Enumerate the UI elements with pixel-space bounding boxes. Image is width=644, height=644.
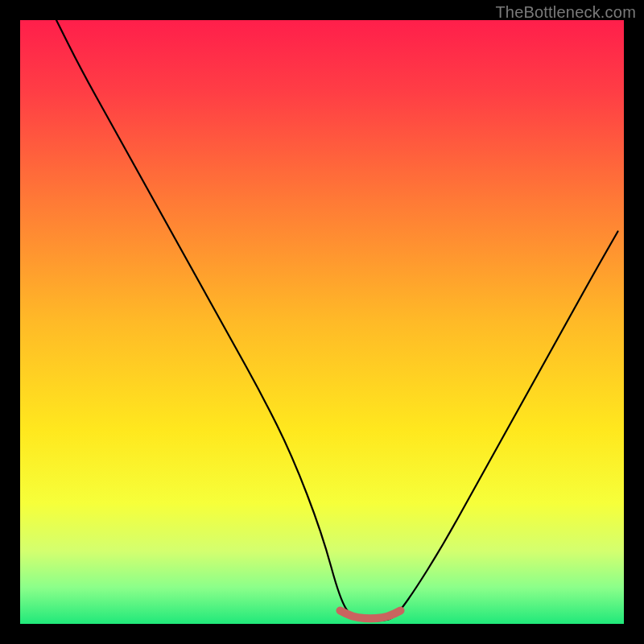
curve-layer [20,20,624,624]
plot-area [20,20,624,624]
chart-stage: TheBottleneck.com [0,0,644,644]
optimal-range-marker [341,611,401,619]
bottleneck-curve [56,20,618,621]
watermark-text: TheBottleneck.com [495,3,636,22]
